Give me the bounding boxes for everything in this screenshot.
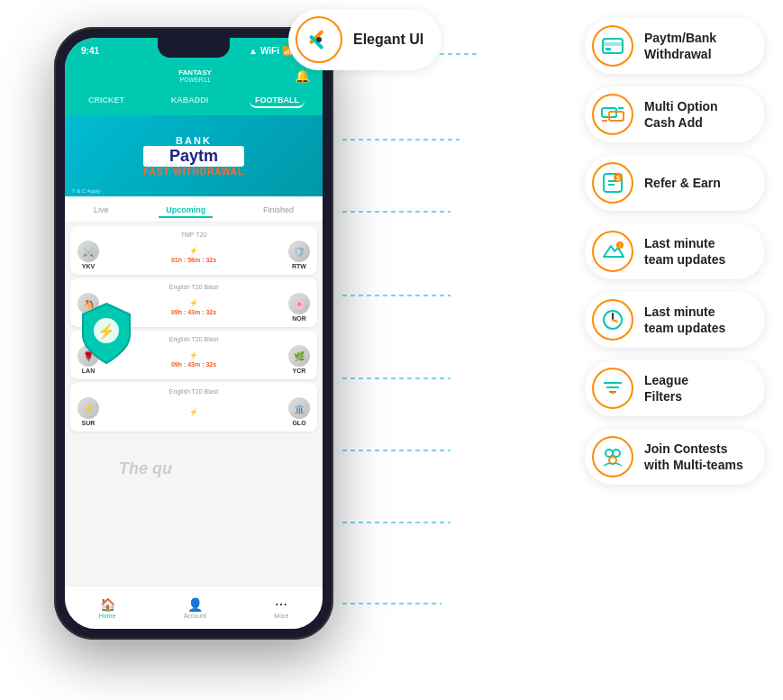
bottom-nav-more[interactable]: ⋯ More xyxy=(274,597,288,619)
status-time: 9:41 xyxy=(81,46,99,56)
nav-tabs: CRICKET KABADDI FOOTBALL xyxy=(65,90,323,115)
home-label: Home xyxy=(99,613,116,619)
team1-code: YKV xyxy=(82,263,95,269)
team1-logo: ⚔️ xyxy=(77,241,99,262)
elegant-ui-label: Elegant UI xyxy=(353,32,423,48)
elegant-ui-icon xyxy=(296,16,342,63)
feature-last-minute-1: ! Last minuteteam updates xyxy=(585,223,765,279)
feature-refer-earn: $ Refer & Earn xyxy=(585,155,765,211)
feature-join-contests: Join Contestswith Multi-teams xyxy=(585,429,765,485)
multi-option-icon xyxy=(592,94,633,135)
nav-football[interactable]: FOOTBALL xyxy=(250,94,305,108)
promo-banner: BANK Paytm FAST WITHDRAWAL T & C Apply xyxy=(65,115,323,196)
phone-mockup: 9:41 ▲WiFi📶🔋 FANTASY POWER11 🔔 CRICKET K… xyxy=(54,27,333,640)
shield-logo: ⚡ xyxy=(79,302,133,365)
svg-text:$: $ xyxy=(616,175,620,182)
feature-league-filters: LeagueFilters xyxy=(585,360,765,416)
banner-paytm: Paytm xyxy=(143,146,244,167)
svg-text:⚡: ⚡ xyxy=(97,323,115,340)
team1-logo: ⚡ xyxy=(77,397,99,419)
league-filters-icon xyxy=(592,368,633,409)
match-time: 09h : 43m : 32s xyxy=(171,361,216,368)
bottom-nav-account[interactable]: 👤 Account xyxy=(184,597,206,619)
team2-logo: 🛡️ xyxy=(288,241,310,262)
multi-option-label: Multi OptionCash Add xyxy=(644,98,718,131)
vs-icon: ⚡ xyxy=(189,247,198,255)
team1-code: SUR xyxy=(82,420,96,426)
paytm-bank-label: Paytm/BankWithdrawal xyxy=(644,30,716,62)
filter-finished[interactable]: Finished xyxy=(256,204,301,218)
refer-earn-label: Refer & Earn xyxy=(644,175,721,191)
banner-fast: FAST WITHDRAWAL xyxy=(143,167,244,177)
banner-bank: BANK xyxy=(143,135,244,146)
bell-icon[interactable]: 🔔 xyxy=(295,68,310,83)
svg-marker-33 xyxy=(610,392,615,395)
nav-cricket[interactable]: CRICKET xyxy=(83,94,130,108)
svg-rect-14 xyxy=(603,42,623,46)
league-filters-label: LeagueFilters xyxy=(644,372,688,405)
join-contests-icon xyxy=(592,436,633,477)
banner-tc: T & C Apply xyxy=(72,188,101,194)
team1-code: LAN xyxy=(82,368,95,374)
features-list: Paytm/BankWithdrawal Multi OptionCash Ad… xyxy=(585,18,765,485)
feature-multi-option: Multi OptionCash Add xyxy=(585,86,765,142)
team2-code: GLO xyxy=(292,420,305,426)
match-league: TMP T20 xyxy=(77,232,310,238)
refer-earn-icon: $ xyxy=(592,162,633,204)
team2-logo: 🏛️ xyxy=(288,397,310,419)
svg-text:!: ! xyxy=(619,242,621,249)
team2-code: RTW xyxy=(292,263,306,269)
nav-kabaddi[interactable]: KABADDI xyxy=(166,94,214,108)
match-card[interactable]: TMP T20 ⚔️ YKV ⚡ 01h : 58m : 32s 🛡️ RTW xyxy=(70,226,317,275)
match-card[interactable]: English T20 Blast ⚡ SUR ⚡ 🏛️ GLO xyxy=(70,383,317,432)
last-minute-2-label: Last minuteteam updates xyxy=(644,304,725,336)
paytm-bank-icon xyxy=(592,25,633,67)
more-icon: ⋯ xyxy=(275,597,287,612)
match-league: English T20 Blast xyxy=(77,388,310,395)
tagline: The qu xyxy=(119,459,172,478)
svg-point-34 xyxy=(605,450,613,457)
last-minute-1-icon: ! xyxy=(592,231,633,272)
logo-text: FANTASY xyxy=(178,69,212,77)
filter-upcoming[interactable]: Upcoming xyxy=(159,204,213,218)
svg-rect-15 xyxy=(605,48,611,50)
svg-point-35 xyxy=(613,450,620,457)
elegant-ui-pill: Elegant UI xyxy=(288,9,442,70)
last-minute-2-icon xyxy=(592,299,633,341)
vs-icon: ⚡ xyxy=(189,351,198,359)
bottom-nav-home[interactable]: 🏠 Home xyxy=(99,597,116,619)
team2-code: NOR xyxy=(292,315,306,322)
feature-paytm-bank: Paytm/BankWithdrawal xyxy=(585,18,765,74)
app-logo: FANTASY POWER11 xyxy=(178,69,212,83)
match-league: English T20 Blast xyxy=(77,284,310,290)
account-icon: 👤 xyxy=(187,597,203,612)
filter-live[interactable]: Live xyxy=(86,204,116,218)
app-header: FANTASY POWER11 🔔 xyxy=(65,63,323,90)
last-minute-1-label: Last minuteteam updates xyxy=(644,235,725,268)
match-time: 01h : 58m : 32s xyxy=(171,257,216,263)
vs-icon: ⚡ xyxy=(189,299,198,307)
vs-icon: ⚡ xyxy=(189,408,198,416)
match-time: 09h : 43m : 32s xyxy=(171,309,216,315)
more-label: More xyxy=(274,613,288,619)
logo-sub: POWER11 xyxy=(179,77,210,83)
match-list: TMP T20 ⚔️ YKV ⚡ 01h : 58m : 32s 🛡️ RTW xyxy=(65,223,323,586)
feature-last-minute-2: Last minuteteam updates xyxy=(585,292,765,348)
home-icon: 🏠 xyxy=(100,597,115,612)
team2-logo: 🌿 xyxy=(288,345,310,367)
svg-point-12 xyxy=(316,37,322,42)
svg-line-29 xyxy=(613,320,617,322)
team2-code: YCR xyxy=(293,368,306,374)
join-contests-label: Join Contestswith Multi-teams xyxy=(644,441,743,473)
match-filters: Live Upcoming Finished xyxy=(65,196,323,223)
bottom-nav: 🏠 Home 👤 Account ⋯ More xyxy=(65,586,323,629)
team2-logo: 🌸 xyxy=(288,293,310,314)
account-label: Account xyxy=(184,613,206,619)
